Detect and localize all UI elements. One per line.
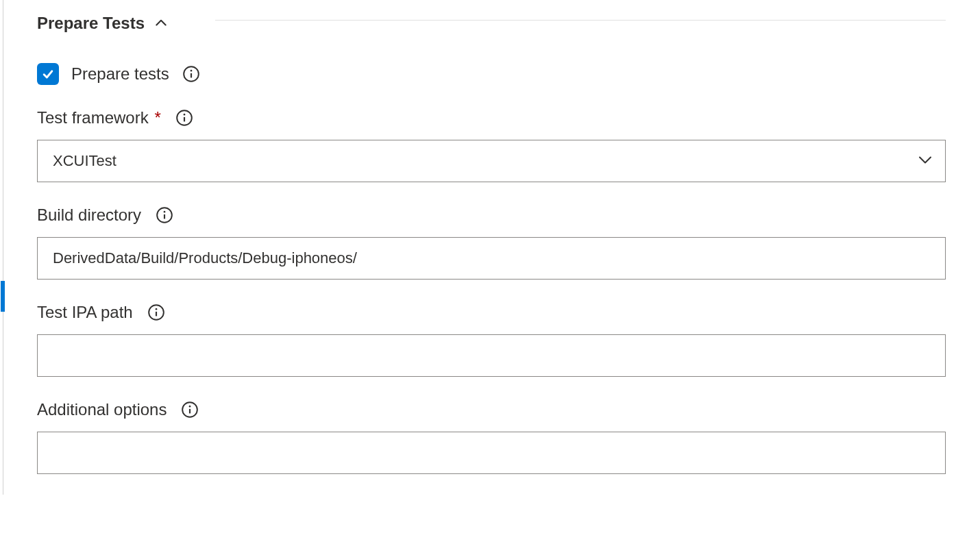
section-header[interactable]: Prepare Tests [37, 0, 946, 40]
svg-point-8 [164, 211, 166, 213]
section-title: Prepare Tests [37, 14, 145, 33]
required-marker: * [154, 108, 160, 127]
prepare-tests-label: Prepare tests [71, 64, 169, 84]
prepare-tests-row: Prepare tests [37, 63, 946, 85]
info-icon[interactable] [182, 64, 201, 84]
test-framework-label-row: Test framework * [37, 108, 946, 127]
left-border [3, 0, 8, 495]
form-container: Prepare Tests Prepare tests [0, 0, 980, 495]
test-framework-label: Test framework * [37, 108, 161, 127]
svg-point-5 [183, 114, 185, 116]
svg-point-14 [189, 406, 191, 408]
test-ipa-path-label-row: Test IPA path [37, 303, 946, 322]
test-framework-label-text: Test framework [37, 108, 149, 127]
info-icon[interactable] [155, 206, 174, 225]
prepare-tests-group: Prepare tests [37, 63, 946, 85]
header-divider [215, 20, 946, 21]
build-directory-label-row: Build directory [37, 206, 946, 225]
test-ipa-path-input[interactable] [37, 334, 946, 377]
additional-options-input[interactable] [37, 432, 946, 474]
build-directory-label: Build directory [37, 206, 141, 225]
additional-options-label-row: Additional options [37, 400, 946, 419]
build-directory-input[interactable] [37, 237, 946, 280]
test-framework-group: Test framework * [37, 108, 946, 182]
additional-options-label: Additional options [37, 400, 167, 419]
test-framework-select-wrapper [37, 140, 946, 182]
additional-options-group: Additional options [37, 400, 946, 474]
info-icon[interactable] [175, 108, 194, 127]
test-ipa-path-group: Test IPA path [37, 303, 946, 377]
info-icon[interactable] [147, 303, 166, 322]
svg-point-11 [155, 308, 157, 310]
prepare-tests-checkbox[interactable] [37, 63, 59, 85]
test-framework-select[interactable] [37, 140, 946, 182]
info-icon[interactable] [180, 400, 199, 419]
side-indicator [1, 281, 5, 312]
build-directory-group: Build directory [37, 206, 946, 280]
svg-point-2 [190, 70, 192, 72]
test-ipa-path-label: Test IPA path [37, 303, 133, 322]
chevron-up-icon[interactable] [153, 15, 169, 32]
